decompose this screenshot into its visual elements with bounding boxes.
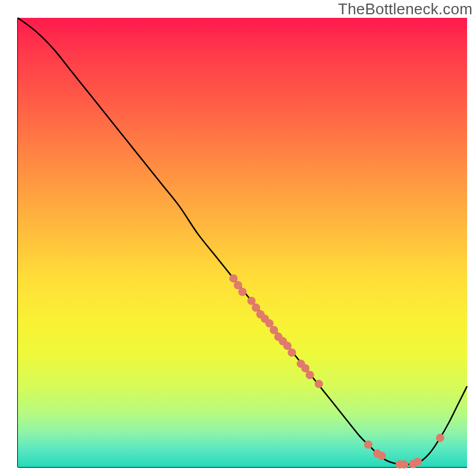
plot-area [18,18,467,467]
data-marker [400,460,408,468]
chart-svg [18,18,467,467]
data-markers-group [229,274,444,469]
data-marker [239,288,247,296]
data-marker [315,380,323,388]
data-marker [288,348,296,356]
watermark-label: TheBottleneck.com [338,0,472,18]
data-marker [414,458,422,466]
bottleneck-curve [18,18,467,465]
data-marker [436,434,444,442]
data-marker [378,452,386,460]
data-marker [306,371,314,379]
data-marker [364,440,372,449]
chart-frame: TheBottleneck.com [0,0,476,476]
